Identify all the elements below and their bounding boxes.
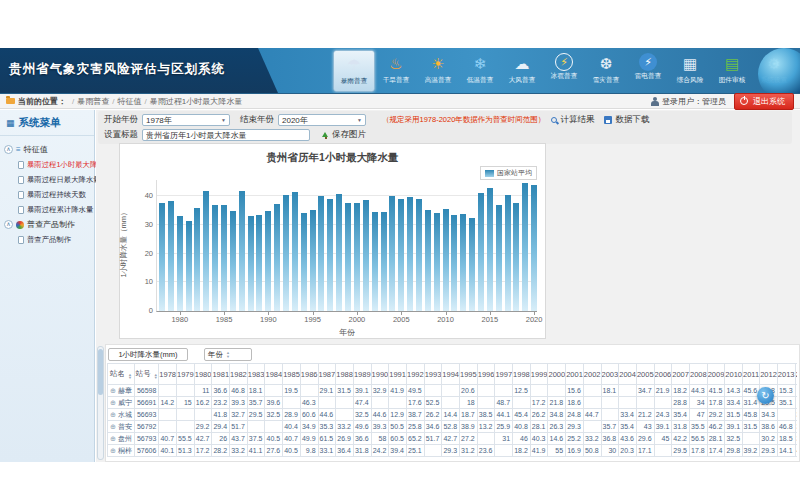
year-header-2000[interactable]: 2000	[548, 364, 566, 385]
sort-arrows-icon[interactable]: ▲▼	[128, 373, 132, 380]
year-header-2014[interactable]: 2014	[795, 364, 797, 385]
year-header-2008[interactable]: 2008	[689, 364, 707, 385]
year-header-1987[interactable]: 1987	[318, 364, 336, 385]
end-year-select[interactable]: 2020年▼	[278, 114, 366, 126]
scrollbar-thumb[interactable]	[98, 349, 103, 395]
sort-arrows-icon[interactable]: ▲▼	[226, 351, 230, 358]
download-data-button[interactable]: 数据下载	[604, 114, 649, 126]
year-header-1992[interactable]: 1992	[406, 364, 424, 385]
year-header-1980[interactable]: 1980	[194, 364, 212, 385]
vertical-scrollbar[interactable]	[97, 346, 104, 460]
year-header-2010[interactable]: 2010	[725, 364, 743, 385]
nav-item-high-temp[interactable]: ☀高温普查	[417, 50, 459, 92]
year-header-1994[interactable]: 1994	[442, 364, 460, 385]
chart-title-input[interactable]	[142, 129, 310, 141]
year-header-2004[interactable]: 2004	[619, 364, 637, 385]
year-header-1989[interactable]: 1989	[353, 364, 371, 385]
year-header-1990[interactable]: 1990	[371, 364, 389, 385]
year-header-2012[interactable]: 2012	[760, 364, 778, 385]
nav-item-map-review[interactable]: ▤图件审核	[711, 50, 753, 92]
value-cell-1983: 37.5	[247, 433, 265, 445]
nav-item-lightning[interactable]: ⚡雷电普查	[627, 50, 669, 92]
save-image-button[interactable]: 保存图片	[322, 129, 366, 141]
logout-button[interactable]: 退出系统	[734, 93, 794, 110]
bar-1980	[177, 216, 183, 311]
year-header-2006[interactable]: 2006	[654, 364, 672, 385]
expand-row-icon[interactable]: ⊕	[110, 411, 116, 418]
year-header-2007[interactable]: 2007	[672, 364, 690, 385]
sort-arrows-icon[interactable]: ▲▼	[154, 373, 158, 380]
refresh-float-button[interactable]: ↻	[757, 387, 774, 404]
year-header-1979[interactable]: 1979	[177, 364, 195, 385]
station-id-cell: 56792	[134, 421, 158, 433]
nav-item-low-temp[interactable]: ❄低温普查	[459, 50, 501, 92]
year-header-2002[interactable]: 2002	[583, 364, 601, 385]
year-header-1985[interactable]: 1985	[283, 364, 301, 385]
year-header-2011[interactable]: 2011	[743, 364, 760, 385]
year-header-1984[interactable]: 1984	[265, 364, 283, 385]
nav-item-risk-calculator[interactable]: ▦综合风险	[669, 50, 711, 92]
value-cell-1993: 34.6	[424, 421, 442, 433]
nav-item-drought[interactable]: ♨干旱普查	[375, 50, 417, 92]
sidebar-item[interactable]: 暴雨过程1小时最大降水量	[4, 157, 92, 172]
collapse-toggle-icon[interactable]: ∧	[4, 220, 13, 229]
expand-row-icon[interactable]: ⊕	[110, 387, 116, 394]
year-header-1978[interactable]: 1978	[159, 364, 177, 385]
year-header-1991[interactable]: 1991	[389, 364, 407, 385]
chart-legend[interactable]: 国家站平均	[480, 166, 537, 180]
nav-item-hail[interactable]: ⚡冰雹普查	[543, 50, 585, 92]
value-cell-1989: 32.5	[353, 409, 371, 421]
calculate-button[interactable]: 计算结果	[551, 114, 594, 126]
year-header-1999[interactable]: 1999	[530, 364, 548, 385]
nav-item-snow[interactable]: ❆雪灾普查	[585, 50, 627, 92]
sidebar-item[interactable]: 暴雨过程持续天数	[4, 187, 92, 202]
value-cell-1979: 51.3	[177, 445, 195, 457]
top-banner: 贵州省气象灾害风险评估与区划系统 ☂暴雨普查♨干旱普查☀高温普查❄低温普查☁大风…	[0, 48, 800, 93]
year-header-1988[interactable]: 1988	[336, 364, 354, 385]
value-type-filter[interactable]: 1小时降水量(mm)	[108, 348, 188, 361]
value-cell-1992: 25.8	[406, 421, 424, 433]
year-header-1981[interactable]: 1981	[212, 364, 230, 385]
breadcrumb-item-1[interactable]: 暴雨普查	[77, 96, 109, 107]
nav-item-gale[interactable]: ☁大风普查	[501, 50, 543, 92]
year-sort-filter[interactable]: 年份 ▲▼	[204, 348, 252, 361]
tree-group-普查产品制作[interactable]: ∧普查产品制作	[4, 217, 92, 232]
nav-item-label: 综合风险	[677, 75, 704, 85]
expand-row-icon[interactable]: ⊕	[110, 447, 116, 454]
sidebar-item[interactable]: 普查产品制作	[4, 232, 92, 247]
start-year-select[interactable]: 1978年▼	[142, 114, 230, 126]
year-header-1982[interactable]: 1982	[230, 364, 248, 385]
nav-item-rainstorm[interactable]: ☂暴雨普查	[333, 50, 375, 92]
year-header-1983[interactable]: 1983	[247, 364, 265, 385]
bar-2014	[478, 193, 484, 311]
year-header-1997[interactable]: 1997	[495, 364, 513, 385]
sidebar-item[interactable]: 暴雨过程累计降水量	[4, 202, 92, 217]
value-cell-1982: 46.8	[230, 385, 248, 397]
station-id-header[interactable]: 站号▲▼	[134, 364, 158, 385]
breadcrumb-item-2[interactable]: 特征值	[117, 96, 141, 107]
tree-group-特征值[interactable]: ∧≡特征值	[4, 142, 92, 157]
sidebar-item[interactable]: 暴雨过程日最大降水量	[4, 172, 92, 187]
year-header-1998[interactable]: 1998	[513, 364, 531, 385]
year-header-2005[interactable]: 2005	[636, 364, 654, 385]
value-cell-1991: 60.5	[389, 433, 407, 445]
year-header-2013[interactable]: 2013	[777, 364, 795, 385]
year-header-1993[interactable]: 1993	[424, 364, 442, 385]
value-cell-1985: 40.7	[283, 433, 301, 445]
location-folder-icon	[6, 98, 15, 104]
year-header-2001[interactable]: 2001	[566, 364, 584, 385]
year-header-2003[interactable]: 2003	[601, 364, 619, 385]
year-header-1995[interactable]: 1995	[460, 364, 478, 385]
station-name-header[interactable]: 站名▲▼	[108, 364, 135, 385]
year-header-1996[interactable]: 1996	[477, 364, 495, 385]
bar-2018	[513, 203, 519, 311]
year-header-2009[interactable]: 2009	[707, 364, 725, 385]
breadcrumb-item-3[interactable]: 暴雨过程1小时最大降水量	[150, 96, 242, 107]
station-id-header-label: 站号	[136, 369, 151, 378]
expand-row-icon[interactable]: ⊕	[110, 399, 116, 406]
expand-row-icon[interactable]: ⊕	[110, 435, 116, 442]
collapse-toggle-icon[interactable]: ∧	[4, 145, 13, 154]
year-header-1986[interactable]: 1986	[300, 364, 318, 385]
expand-row-icon[interactable]: ⊕	[110, 423, 116, 430]
bar-1997	[327, 199, 333, 311]
